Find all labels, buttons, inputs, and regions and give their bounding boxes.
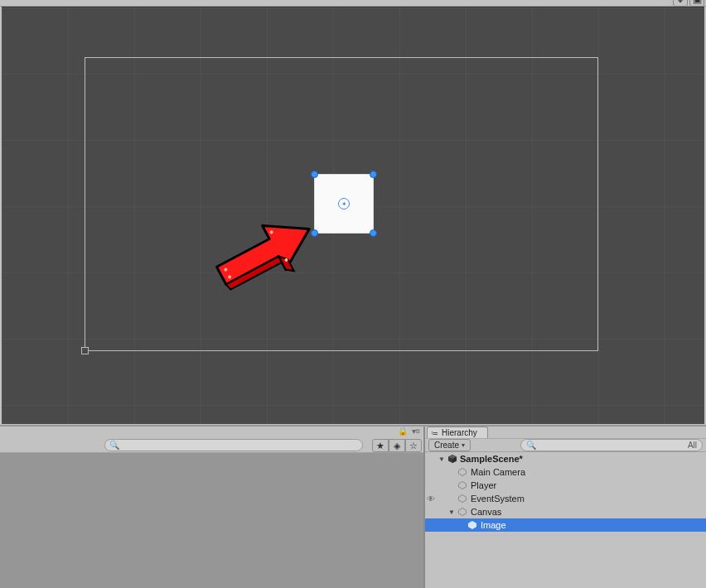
hierarchy-item-main-camera[interactable]: Main Camera xyxy=(425,465,706,479)
hierarchy-item-label: Image xyxy=(481,520,506,530)
hierarchy-tab-icon: ≔ xyxy=(431,429,438,437)
hierarchy-panel: ≔ Hierarchy Create 🔍 All ▼ SampleS xyxy=(425,427,706,588)
unity-scene-icon xyxy=(447,453,458,465)
project-panel-body[interactable] xyxy=(0,453,423,588)
gizmo-toggle-icon[interactable]: ✥ xyxy=(673,0,688,7)
lock-icon[interactable]: 🔒 xyxy=(397,427,409,436)
selected-image-object[interactable]: ✦ xyxy=(314,174,374,234)
hierarchy-tab-label: Hierarchy xyxy=(442,428,477,437)
filter-by-label-icon[interactable]: ☆ xyxy=(405,439,422,452)
annotation-arrow xyxy=(210,215,326,298)
svg-marker-10 xyxy=(459,469,467,476)
visibility-toggle-icon[interactable]: 👁 xyxy=(425,494,437,504)
hierarchy-scene-row[interactable]: ▼ SampleScene* xyxy=(425,452,706,465)
hierarchy-search-input[interactable]: 🔍 All xyxy=(520,439,703,451)
hierarchy-tree[interactable]: ▼ SampleScene* Main Camera xyxy=(425,452,706,588)
create-button[interactable]: Create xyxy=(428,439,471,451)
hierarchy-item-label: EventSystem xyxy=(471,494,525,504)
gameobject-icon xyxy=(467,519,478,531)
svg-marker-0 xyxy=(210,215,321,297)
create-button-label: Create xyxy=(434,441,459,450)
search-icon: 🔍 xyxy=(109,441,119,450)
svg-marker-13 xyxy=(459,508,467,516)
search-icon: 🔍 xyxy=(526,441,536,450)
foldout-icon[interactable]: ▼ xyxy=(447,508,457,516)
panel-options[interactable]: 🔒 ▾≡ xyxy=(397,427,422,436)
svg-marker-1 xyxy=(226,257,282,291)
hierarchy-item-player[interactable]: Player xyxy=(425,479,706,492)
panel-menu-icon[interactable]: ▾≡ xyxy=(410,427,422,436)
hierarchy-item-label: Player xyxy=(471,480,496,490)
svg-point-6 xyxy=(284,258,288,262)
svg-point-5 xyxy=(269,230,273,234)
hierarchy-item-image[interactable]: Image xyxy=(425,518,706,532)
hierarchy-item-canvas[interactable]: ▼ Canvas xyxy=(425,505,706,518)
canvas-anchor-handle[interactable] xyxy=(81,347,89,354)
scene-view-top-bar: ✥ ▣ xyxy=(0,0,706,7)
scene-view[interactable]: ✦ xyxy=(2,7,704,424)
resize-handle-br[interactable] xyxy=(370,229,377,237)
hierarchy-item-label: Main Camera xyxy=(471,467,525,477)
gameobject-icon xyxy=(457,480,468,491)
foldout-icon[interactable]: ▼ xyxy=(437,455,447,463)
svg-point-3 xyxy=(224,267,228,272)
camera-icon[interactable]: ▣ xyxy=(689,0,704,7)
svg-marker-2 xyxy=(278,253,293,274)
canvas-rect-gizmo[interactable]: ✦ xyxy=(85,57,598,351)
filter-by-type-icon[interactable]: ◈ xyxy=(389,439,405,452)
svg-marker-11 xyxy=(459,482,467,489)
scene-name-label: SampleScene* xyxy=(460,454,523,464)
svg-marker-12 xyxy=(459,495,467,503)
pivot-indicator: ✦ xyxy=(338,198,350,210)
svg-marker-14 xyxy=(469,522,476,529)
resize-handle-tl[interactable] xyxy=(311,171,318,178)
tab-hierarchy[interactable]: ≔ Hierarchy xyxy=(427,427,488,438)
resize-handle-tr[interactable] xyxy=(370,171,377,178)
gameobject-icon xyxy=(457,493,468,504)
hierarchy-item-eventsystem[interactable]: 👁 EventSystem xyxy=(425,492,706,505)
hierarchy-search-placeholder: All xyxy=(688,441,697,450)
hierarchy-item-label: Canvas xyxy=(471,507,501,517)
project-search-input[interactable]: 🔍 xyxy=(104,439,363,451)
project-panel: 🔒 ▾≡ 🔍 ★ ◈ ☆ xyxy=(0,427,425,588)
filter-save-search-icon[interactable]: ★ xyxy=(372,439,389,452)
svg-point-4 xyxy=(227,275,231,279)
resize-handle-bl[interactable] xyxy=(311,229,318,237)
gameobject-icon xyxy=(457,506,468,518)
gameobject-icon xyxy=(457,466,468,478)
